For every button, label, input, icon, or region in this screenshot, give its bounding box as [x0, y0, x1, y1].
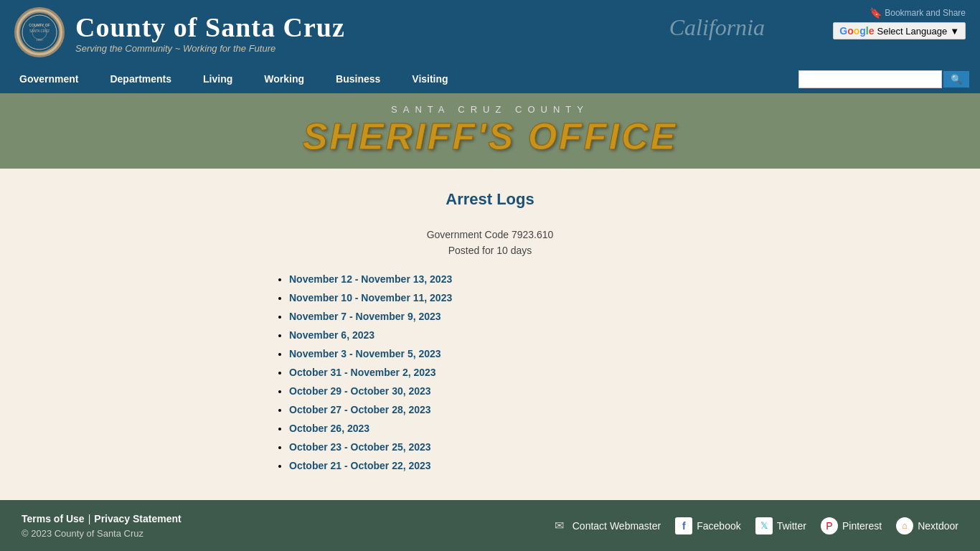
nextdoor-icon: ⌂: [896, 517, 913, 534]
language-selector[interactable]: Google Select Language ▼: [833, 22, 966, 39]
twitter-link[interactable]: 𝕏 Twitter: [755, 517, 806, 534]
site-footer: Terms of Use | Privacy Statement © 2023 …: [0, 500, 980, 551]
nextdoor-link[interactable]: ⌂ Nextdoor: [896, 517, 958, 534]
arrest-logs-list: November 12 - November 13, 2023November …: [275, 273, 705, 471]
twitter-label: Twitter: [777, 520, 806, 532]
search-input[interactable]: [798, 70, 942, 88]
arrest-log-link[interactable]: November 3 - November 5, 2023: [289, 348, 441, 359]
list-item: November 10 - November 11, 2023: [289, 292, 705, 303]
search-button[interactable]: 🔍: [943, 71, 969, 88]
arrest-log-link[interactable]: October 26, 2023: [289, 423, 369, 434]
site-subtitle: Serving the Community ~ Working for the …: [75, 43, 345, 54]
arrest-log-link[interactable]: October 23 - October 25, 2023: [289, 441, 431, 453]
facebook-icon: f: [675, 517, 692, 534]
list-item: October 21 - October 22, 2023: [289, 460, 705, 471]
facebook-link[interactable]: f Facebook: [675, 517, 740, 534]
translate-label: Select Language: [877, 26, 948, 37]
nav-item-working[interactable]: Working: [248, 65, 320, 93]
arrest-log-link[interactable]: October 21 - October 22, 2023: [289, 460, 431, 471]
contact-webmaster-label: Contact Webmaster: [573, 520, 661, 532]
bookmark-icon: 🔖: [870, 7, 882, 19]
arrest-log-link[interactable]: November 10 - November 11, 2023: [289, 292, 452, 303]
list-item: November 7 - November 9, 2023: [289, 311, 705, 322]
facebook-label: Facebook: [697, 520, 740, 532]
arrest-log-link[interactable]: November 7 - November 9, 2023: [289, 311, 441, 322]
content-intro: Government Code 7923.610 Posted for 10 d…: [29, 227, 951, 259]
arrest-log-link[interactable]: November 12 - November 13, 2023: [289, 273, 452, 285]
dropdown-arrow: ▼: [950, 26, 959, 37]
nav-items: Government Departments Living Working Bu…: [4, 65, 791, 93]
main-nav: Government Departments Living Working Bu…: [0, 65, 980, 93]
nav-item-business[interactable]: Business: [320, 65, 396, 93]
site-header: COUNTY OF SANTA CRUZ 1850 County of Sant…: [0, 0, 980, 65]
arrest-log-link[interactable]: October 29 - October 30, 2023: [289, 385, 431, 397]
california-text: California: [669, 14, 765, 41]
page-title: Arrest Logs: [29, 190, 951, 209]
nav-item-living[interactable]: Living: [187, 65, 248, 93]
site-title: County of Santa Cruz: [75, 11, 345, 43]
list-item: October 26, 2023: [289, 423, 705, 434]
header-top-right: 🔖 Bookmark and Share Google Select Langu…: [833, 7, 966, 39]
list-item: November 6, 2023: [289, 329, 705, 341]
county-seal: COUNTY OF SANTA CRUZ 1850: [14, 7, 65, 57]
footer-social: ✉ Contact Webmaster f Facebook 𝕏 Twitter…: [551, 517, 958, 534]
nav-item-visiting[interactable]: Visiting: [396, 65, 463, 93]
pinterest-link[interactable]: P Pinterest: [821, 517, 882, 534]
footer-left: Terms of Use | Privacy Statement © 2023 …: [22, 513, 182, 539]
pinterest-label: Pinterest: [842, 520, 882, 532]
privacy-statement-link[interactable]: Privacy Statement: [94, 513, 181, 524]
email-icon: ✉: [551, 517, 568, 534]
footer-links: Terms of Use | Privacy Statement: [22, 513, 182, 524]
footer-divider: |: [88, 513, 91, 524]
bookmark-share-link[interactable]: 🔖 Bookmark and Share: [870, 7, 966, 19]
header-title-group: County of Santa Cruz Serving the Communi…: [75, 11, 345, 54]
search-bar: 🔍: [791, 66, 976, 93]
list-item: October 29 - October 30, 2023: [289, 385, 705, 397]
copyright: © 2023 County of Santa Cruz: [22, 528, 182, 539]
list-item: November 3 - November 5, 2023: [289, 348, 705, 359]
office-name: SHERIFF'S OFFICE: [7, 115, 973, 158]
svg-text:1850: 1850: [37, 38, 44, 42]
county-name: SANTA CRUZ COUNTY: [7, 104, 973, 115]
arrest-log-link[interactable]: October 31 - November 2, 2023: [289, 367, 436, 378]
bookmark-label: Bookmark and Share: [885, 8, 966, 18]
nav-item-government[interactable]: Government: [4, 65, 94, 93]
search-icon: 🔍: [951, 74, 962, 85]
contact-webmaster-link[interactable]: ✉ Contact Webmaster: [551, 517, 661, 534]
google-logo: Google: [839, 25, 874, 37]
twitter-icon: 𝕏: [755, 517, 773, 534]
list-item: October 31 - November 2, 2023: [289, 367, 705, 378]
terms-of-use-link[interactable]: Terms of Use: [22, 513, 85, 524]
arrest-log-link[interactable]: November 6, 2023: [289, 329, 374, 341]
arrest-log-link[interactable]: October 27 - October 28, 2023: [289, 404, 431, 415]
posted-info: Posted for 10 days: [29, 242, 951, 258]
list-item: October 23 - October 25, 2023: [289, 441, 705, 453]
main-content: Arrest Logs Government Code 7923.610 Pos…: [0, 169, 980, 500]
nav-item-departments[interactable]: Departments: [94, 65, 187, 93]
sheriff-banner: SANTA CRUZ COUNTY SHERIFF'S OFFICE: [0, 93, 980, 169]
nextdoor-label: Nextdoor: [918, 520, 958, 532]
list-item: November 12 - November 13, 2023: [289, 273, 705, 285]
govt-code: Government Code 7923.610: [29, 227, 951, 242]
pinterest-icon: P: [821, 517, 838, 534]
list-item: October 27 - October 28, 2023: [289, 404, 705, 415]
